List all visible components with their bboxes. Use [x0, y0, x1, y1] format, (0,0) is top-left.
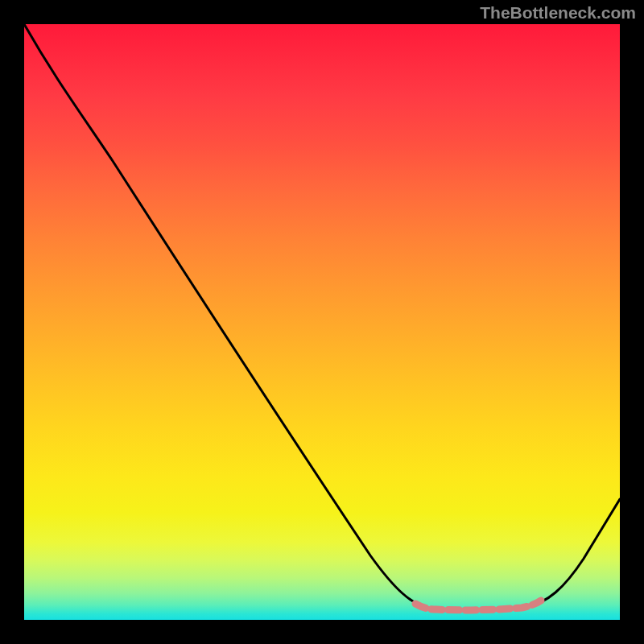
plot-area: [24, 24, 620, 620]
watermark-text: TheBottleneck.com: [480, 3, 636, 23]
highlight-minimum-segment: [415, 601, 541, 610]
bottleneck-curve-line: [24, 24, 620, 610]
curve-overlay: [24, 24, 620, 620]
